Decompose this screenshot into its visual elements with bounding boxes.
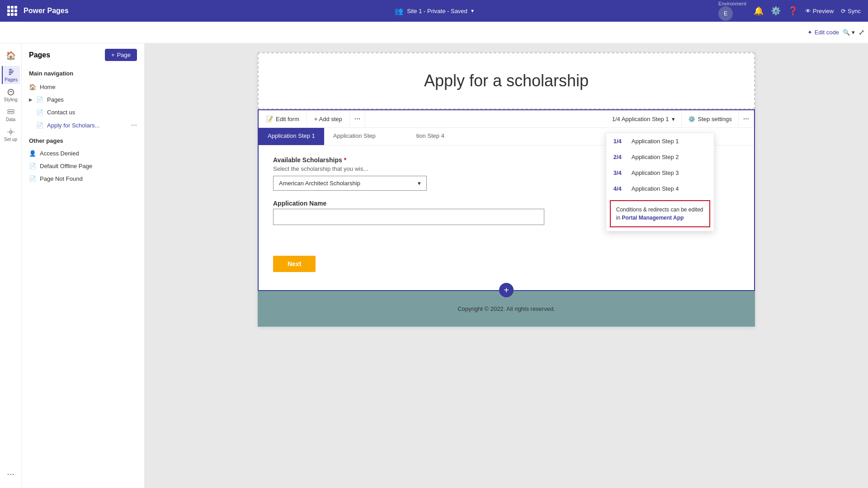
dropdown-warning: Conditions & redirects can be edited in …: [610, 200, 710, 227]
page-title: Apply for a scholarship: [268, 71, 745, 90]
help-icon[interactable]: ❓: [788, 6, 798, 16]
scholarship-select[interactable]: American Architect Scholarship ▾: [273, 176, 427, 191]
content-area: Apply for a scholarship 📝 Edit form + Ad…: [145, 43, 868, 488]
other-pages-title: Other pages: [22, 132, 144, 147]
sidebar-item-pages[interactable]: Pages: [2, 66, 20, 84]
home-nav-icon[interactable]: 🏠: [2, 47, 19, 64]
nav-home-label: Home: [40, 84, 56, 90]
step-3-num: 3/4: [613, 169, 626, 176]
main-nav-title: Main navigation: [22, 66, 144, 80]
sidebar-item-more[interactable]: ···: [2, 465, 20, 483]
sidebar-item-setup[interactable]: Set up: [2, 126, 20, 144]
settings-icon[interactable]: ⚙️: [771, 6, 781, 16]
sidebar-item-data[interactable]: Data: [2, 106, 20, 124]
tab-step-4[interactable]: tion Step 4: [407, 128, 453, 145]
edit-form-button[interactable]: 📝 Edit form: [259, 111, 307, 127]
tab-step-1[interactable]: Application Step 1: [259, 128, 324, 145]
not-found-icon: 📄: [29, 175, 36, 182]
step-1-num: 1/4: [613, 138, 626, 145]
zoom-icon: 🔍: [843, 29, 850, 36]
portal-management-link[interactable]: Portal Management App: [622, 215, 684, 221]
dropdown-step-4[interactable]: 4/4 Application Step 4: [606, 181, 714, 197]
page-title-section: Apply for a scholarship: [258, 52, 755, 109]
app-logo: Power Pages: [7, 6, 69, 16]
form-toolbar-left: 📝 Edit form + Add step ···: [259, 110, 365, 127]
contact-page-icon: 📄: [36, 108, 43, 116]
step-selector-chevron: ▾: [672, 116, 675, 122]
step-2-num: 2/4: [613, 154, 626, 160]
next-button[interactable]: Next: [273, 256, 316, 272]
environment-container: Environment E: [718, 1, 746, 21]
nav-not-found-label: Page Not Found: [40, 175, 83, 182]
apply-more-button[interactable]: ···: [131, 121, 137, 129]
topbar: Power Pages 👥 Site 1 - Private - Saved ▾…: [0, 0, 868, 22]
add-step-button[interactable]: + Add step: [307, 111, 350, 127]
site-info-bar: 👥 Site 1 - Private - Saved ▾: [394, 7, 474, 15]
sidebar-pages-label: Pages: [5, 77, 17, 82]
tab-step-2[interactable]: Application Step: [324, 128, 385, 145]
site-info-label: Site 1 - Private - Saved: [407, 8, 467, 14]
expand-button[interactable]: ⤢: [859, 28, 864, 37]
nav-item-access-denied[interactable]: 👤 Access Denied: [22, 147, 144, 160]
step-more-button[interactable]: ···: [739, 110, 754, 127]
add-section-button[interactable]: +: [499, 283, 514, 297]
step-settings-button[interactable]: ⚙️ Step settings: [682, 111, 739, 127]
step-2-label: Application Step 2: [632, 154, 679, 160]
edit-code-button[interactable]: ✦ Edit code: [807, 29, 839, 36]
environment-label: Environment: [718, 1, 746, 6]
waffle-icon[interactable]: [7, 6, 17, 16]
offline-page-icon: 📄: [29, 162, 36, 169]
step-selector-button[interactable]: 1/4 Application Step 1 ▾: [606, 111, 682, 127]
sync-button[interactable]: ⟳ Sync: [841, 8, 861, 14]
svg-rect-2: [9, 72, 13, 73]
svg-rect-6: [7, 112, 14, 114]
notification-icon[interactable]: 🔔: [754, 6, 764, 16]
svg-point-4: [8, 89, 14, 95]
icon-sidebar: 🏠 Pages Styling Data Set up ···: [0, 43, 22, 488]
user-avatar[interactable]: E: [718, 6, 733, 21]
zoom-control[interactable]: 🔍 ▾: [843, 29, 855, 36]
form-toolbar-more-button[interactable]: ···: [350, 110, 365, 127]
pages-panel-title: Pages: [29, 51, 50, 59]
chevron-right-icon: ▶: [29, 97, 33, 102]
site-dropdown-icon[interactable]: ▾: [471, 8, 474, 14]
add-page-button[interactable]: + Page: [105, 49, 137, 61]
nav-access-denied-label: Access Denied: [40, 150, 79, 157]
sidebar-bottom: ···: [2, 465, 20, 488]
topbar-right: Environment E 🔔 ⚙️ ❓ 👁 Preview ⟳ Sync: [718, 1, 861, 21]
dropdown-step-2[interactable]: 2/4 Application Step 2: [606, 149, 714, 165]
nav-item-pages[interactable]: ▶ 📄 Pages: [22, 93, 144, 106]
nav-item-offline[interactable]: 📄 Default Offline Page: [22, 160, 144, 172]
sidebar-styling-label: Styling: [4, 97, 17, 102]
access-denied-icon: 👤: [29, 150, 36, 157]
step-4-num: 4/4: [613, 185, 626, 192]
nav-offline-label: Default Offline Page: [40, 163, 92, 169]
svg-rect-3: [9, 74, 11, 75]
dropdown-step-3[interactable]: 3/4 Application Step 3: [606, 165, 714, 181]
subbar-right: ✦ Edit code 🔍 ▾ ⤢: [807, 28, 864, 37]
sync-icon: ⟳: [841, 8, 846, 14]
svg-rect-1: [9, 70, 14, 71]
subbar: ✦ Edit code 🔍 ▾ ⤢: [0, 22, 868, 43]
edit-code-icon: ✦: [807, 29, 812, 36]
nav-item-apply[interactable]: 📄 Apply for Scholars... ···: [22, 118, 144, 132]
nav-item-not-found[interactable]: 📄 Page Not Found: [22, 172, 144, 185]
nav-item-contact[interactable]: 📄 Contact us: [22, 106, 144, 118]
preview-icon: 👁: [805, 8, 811, 14]
tab-step-3[interactable]: [385, 128, 407, 145]
home-icon: 🏠: [29, 83, 36, 90]
preview-button[interactable]: 👁 Preview: [805, 8, 834, 14]
application-name-input[interactable]: [273, 209, 544, 225]
svg-rect-0: [9, 69, 12, 70]
dropdown-step-1[interactable]: 1/4 Application Step 1: [606, 133, 714, 149]
svg-point-7: [9, 131, 12, 133]
sidebar-item-styling[interactable]: Styling: [2, 86, 20, 104]
form-toolbar-right: 1/4 Application Step 1 ▾ 1/4 Application…: [606, 110, 754, 127]
step-settings-icon: ⚙️: [688, 116, 695, 122]
step-selector-container: 1/4 Application Step 1 ▾ 1/4 Application…: [606, 111, 682, 127]
svg-rect-5: [7, 109, 14, 111]
edit-form-icon: 📝: [266, 116, 273, 122]
pages-panel: Pages + Page Main navigation 🏠 Home ▶ 📄 …: [22, 43, 145, 488]
form-toolbar: 📝 Edit form + Add step ··· 1/4 Applicati…: [259, 110, 754, 128]
nav-item-home[interactable]: 🏠 Home: [22, 80, 144, 93]
